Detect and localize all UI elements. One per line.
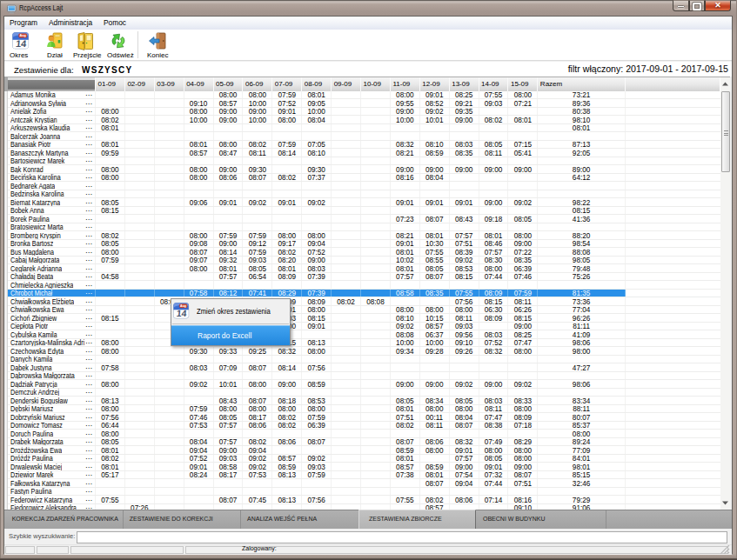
svg-text:Aug: Aug xyxy=(20,34,27,37)
svg-text:14: 14 xyxy=(15,38,27,49)
svg-text:Aug: Aug xyxy=(180,304,186,308)
svg-text:14: 14 xyxy=(176,309,187,318)
